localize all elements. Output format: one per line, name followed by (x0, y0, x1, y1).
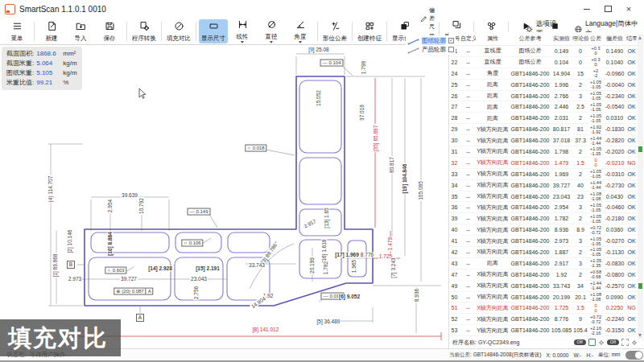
tolerance-cell: +1.44-1.44 (588, 136, 603, 146)
feature-icon (365, 20, 375, 35)
cell: 0 (572, 60, 588, 65)
close-button[interactable]: × (618, 2, 639, 16)
tolerance-cell: 00 (588, 303, 603, 313)
table-row[interactable]: 43--距离GBT14846-2002.9173+1.35-1.35-0.083… (448, 258, 638, 269)
frame-green-icon[interactable] (588, 339, 596, 346)
legend-item[interactable]: 产品轮廓 (407, 45, 454, 54)
table-row[interactable]: 34--X轴方向距离GBT14846-20039.72740+1.44-1.44… (448, 180, 638, 191)
legend-checkbox[interactable] (448, 47, 454, 52)
table-row[interactable]: 52--X轴方向距离GBT14846-2008.7769+0.72-0.72-0… (448, 314, 638, 325)
maximize-button[interactable] (597, 2, 618, 16)
table-row[interactable]: 53--Y轴方向距离GBT14846-200105.085105.4+2.16-… (448, 325, 638, 336)
table-scrollbar[interactable] (638, 34, 643, 339)
scroll-up-icon[interactable] (638, 36, 642, 39)
minimize-button[interactable] (576, 2, 597, 16)
chevron-down-icon (270, 41, 273, 43)
frame-dashed-icon[interactable] (621, 339, 629, 346)
deviation-cell: -0.0310 (603, 171, 626, 177)
gear-small-icon[interactable] (631, 339, 638, 346)
cell: X轴方向距离 (476, 270, 510, 278)
legend-checkbox[interactable]: ✓ (448, 38, 454, 43)
fill-compare-overlay: 填充对比 (0, 319, 121, 356)
toolbar-label: 偏差尺 (429, 6, 435, 31)
table-row[interactable]: 27--距离GBT14846-2002.4462.5+1.05-1.05-0.0… (448, 101, 638, 113)
column-header[interactable]: 理论值 (572, 35, 588, 43)
cell: 29 (448, 126, 460, 132)
cell: 距离 (476, 103, 510, 111)
cell: 33 (448, 171, 460, 177)
table-row[interactable]: 28--距离GBT14846-2002.0312+1.05-1.050.0310… (448, 113, 638, 124)
cell: -- (460, 204, 476, 210)
result-cell: OK (626, 183, 637, 188)
toolbar-label: 导入 (75, 35, 87, 42)
column-header[interactable]: 公差 (588, 35, 603, 43)
table-row[interactable]: 40--Y轴方向距离GBT14846-2008.9368.9+0.72-0.72… (448, 224, 638, 236)
toolbar-diameter-button[interactable]: 直径 (257, 19, 286, 43)
toolbar-feature-button[interactable]: 创建特征 (355, 19, 384, 43)
cell: 24 (448, 71, 460, 76)
table-row[interactable]: 35--X轴方向距离GBT14846-20023.04323+1.08-1.08… (448, 191, 638, 203)
column-header[interactable]: 属性 (476, 35, 510, 43)
toolbar-import-button[interactable]: 导入 (66, 19, 95, 43)
cell: GBT14846-200 (510, 305, 551, 311)
toolbar-convert-button[interactable]: 程序转换 (130, 19, 159, 43)
toolbar-fill-button[interactable]: 填充对比 (164, 19, 193, 43)
toggle-off-pill[interactable]: Off (607, 339, 619, 346)
toggle-off-pill[interactable]: Off (574, 339, 586, 346)
table-row[interactable]: 36--Y轴方向距离GBT14846-2002.9543+1.05-1.05-0… (448, 202, 638, 213)
cell: 1.782 (551, 216, 572, 221)
toolbar-save-button[interactable]: 保存 (95, 19, 124, 43)
tolerance-cell: +1.05-1.05 (588, 113, 603, 123)
cell: 2.917 (551, 261, 572, 266)
table-row[interactable]: 49--X轴方向距离GBT14846-20033.74334+1.44-1.44… (448, 281, 638, 292)
table-row[interactable]: 29--Y轴方向距离GBT14846-20080.81781+1.92-1.92… (448, 124, 638, 135)
table-row[interactable]: 39--Y轴方向距离GBT14846-2001.7822+1.05-1.05-0… (448, 213, 638, 224)
toolbar-new-button[interactable]: 新建 (37, 19, 66, 43)
cell: GBT14846-200 (510, 171, 551, 177)
table-row[interactable]: 30--Y轴方向距离GBT14846-20037.01837.3+1.44-1.… (448, 135, 638, 146)
table-row[interactable]: 32--Y轴方向距离GBT14846-2001.4791.500-0.0210N… (448, 158, 638, 169)
unit-toggle[interactable] (625, 351, 643, 360)
cell: 47 (448, 272, 460, 278)
toolbar-angle-button[interactable]: 角度 (286, 19, 315, 43)
table-row[interactable]: 21--直线度图纸公差0.1490+0.300.1490OK (448, 46, 638, 57)
chevron-down-icon (241, 41, 244, 43)
cell: 8.776 (551, 316, 572, 322)
table-row[interactable]: 47--X轴方向距离GBT14846-2001.922+0.68-0.68-0.… (448, 269, 638, 281)
toolbar-dims-button[interactable]: 显示尺寸 (199, 19, 228, 43)
toolbar-menu-button[interactable]: 菜单 (2, 19, 31, 43)
table-row[interactable]: 25--距离GBT14846-2001.9962+1.05-1.05-0.004… (448, 80, 638, 91)
toolbar-devruler-button[interactable]: 偏差尺 (420, 6, 435, 31)
cell: 3 (572, 238, 588, 244)
info-value: 1868.6 (36, 49, 60, 59)
column-header[interactable]: 偏差值 (603, 35, 626, 43)
cell: 36 (448, 204, 460, 210)
table-row[interactable]: 26--距离GBT14846-2002.7663+1.05-1.05-0.234… (448, 91, 638, 102)
table-row[interactable]: 50--Y轴方向距离GBT14846-20020.19920.1+1.08-1.… (448, 292, 638, 303)
scroll-down-icon[interactable] (638, 334, 642, 337)
gear-small-icon[interactable] (598, 339, 605, 346)
table-row[interactable]: 22--直线度图纸公差0.1040+0.300.1040OK (448, 57, 638, 68)
table-row[interactable]: 41--X轴方向距离GBT14846-2002.9733+1.05-1.05-0… (448, 236, 638, 247)
table-row[interactable]: 31--Y轴方向距离GBT14846-2001.7982+1.05-1.05-0… (448, 146, 638, 158)
column-header[interactable]: 自定义 (460, 35, 476, 43)
cell: 41 (448, 238, 460, 244)
profile-drawing[interactable] (0, 45, 448, 348)
cell: 角度 (476, 69, 510, 77)
column-header[interactable]: 结果 (626, 35, 637, 43)
table-row[interactable]: 42--X轴方向距离GBT14846-2001.8872+1.05-1.05-0… (448, 247, 638, 258)
column-header[interactable]: 实测值 (551, 35, 572, 43)
deviation-cell: -0.1830 (603, 126, 626, 132)
cell: -- (460, 305, 476, 311)
cell: 2 (572, 149, 588, 154)
toolbar-linear-button[interactable]: 线性 (228, 19, 257, 43)
table-row[interactable]: 51--X轴方向距离GBT14846-2001.7251.5000.2250NG (448, 302, 638, 314)
formtol-icon (330, 20, 341, 35)
table-row[interactable]: 24--角度GBT14846-20014.90415+2-2-0.0960OK (448, 68, 638, 80)
cell: -- (460, 249, 476, 255)
column-header[interactable]: 公差参考 (510, 35, 551, 43)
cell: GBT14846-200 (510, 183, 551, 188)
toolbar-formtol-button[interactable]: 形位公差 (320, 19, 349, 43)
table-row[interactable]: 33--Y轴方向距离GBT14846-2001.9692+1.05-1.05-0… (448, 169, 638, 180)
tolerance-cell: +1.08-1.08 (588, 191, 603, 201)
